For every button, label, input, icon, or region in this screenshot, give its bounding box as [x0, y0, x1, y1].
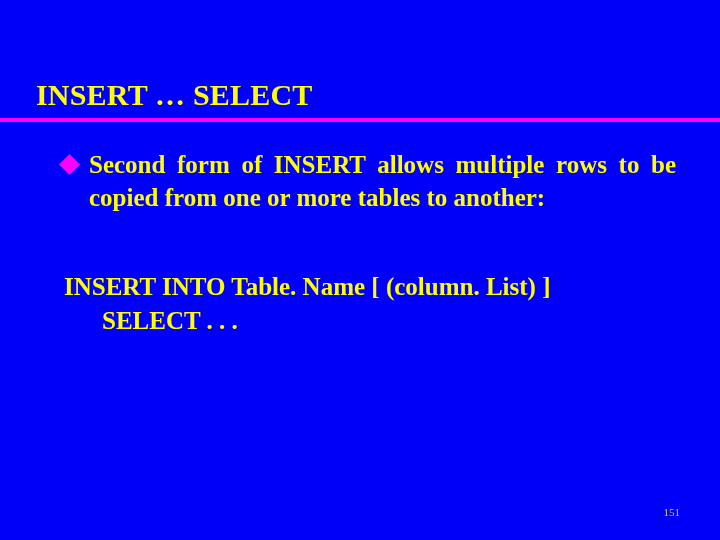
code-line-1: INSERT INTO Table. Name [ (column. List)… — [64, 270, 676, 304]
diamond-bullet-icon — [59, 154, 80, 175]
code-line-2: SELECT . . . — [64, 304, 676, 338]
bullet-text: Second form of INSERT allows multiple ro… — [89, 148, 676, 214]
code-block: INSERT INTO Table. Name [ (column. List)… — [62, 270, 676, 338]
slide-content: Second form of INSERT allows multiple ro… — [36, 122, 684, 338]
page-number: 151 — [664, 506, 681, 518]
slide-title: INSERT … SELECT — [36, 78, 684, 112]
bullet-item: Second form of INSERT allows multiple ro… — [62, 148, 676, 214]
slide: INSERT … SELECT Second form of INSERT al… — [0, 0, 720, 540]
